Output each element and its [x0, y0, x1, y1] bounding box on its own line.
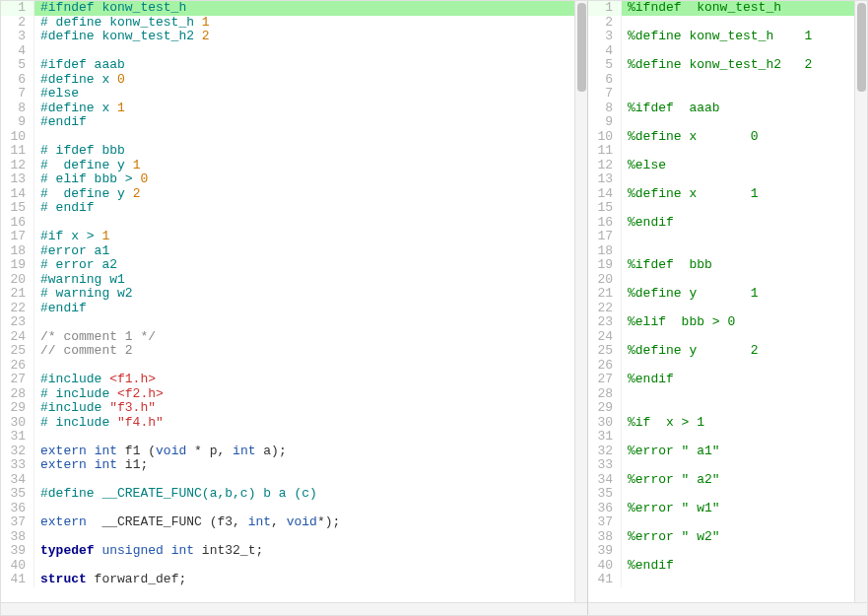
line-content[interactable]	[622, 87, 867, 102]
line-content[interactable]	[34, 359, 587, 374]
code-line[interactable]: 33extern int i1;	[1, 458, 587, 473]
code-line[interactable]: 16	[1, 216, 587, 231]
code-line[interactable]: 13	[588, 172, 867, 187]
right-scrollbar-v[interactable]	[854, 1, 867, 602]
code-line[interactable]: 23	[1, 315, 587, 330]
code-line[interactable]: 9#endif	[1, 115, 587, 130]
line-content[interactable]: %define x 1	[622, 187, 867, 202]
code-line[interactable]: 8#define x 1	[1, 102, 587, 116]
code-line[interactable]: 6	[588, 73, 867, 88]
code-line[interactable]: 32extern int f1 (void * p, int a);	[1, 445, 587, 459]
line-content[interactable]: # warning w2	[34, 287, 587, 302]
line-content[interactable]: # ifdef bbb	[34, 144, 587, 159]
line-content[interactable]	[34, 530, 587, 545]
code-line[interactable]: 23%elif bbb > 0	[588, 315, 867, 330]
line-content[interactable]	[622, 172, 867, 187]
code-line[interactable]: 4	[1, 44, 587, 59]
line-content[interactable]: %error " w1"	[622, 502, 867, 516]
right-editor[interactable]: 1%ifndef konw_test_h23%define konw_test_…	[588, 1, 867, 615]
line-content[interactable]: # define y 1	[34, 159, 587, 173]
code-line[interactable]: 20#warning w1	[1, 273, 587, 288]
line-content[interactable]	[622, 230, 867, 244]
code-line[interactable]: 11	[588, 144, 867, 159]
code-line[interactable]: 39	[588, 544, 867, 559]
code-line[interactable]: 31	[1, 430, 587, 445]
line-content[interactable]: extern __CREATE_FUNC (f3, int, void*);	[34, 515, 587, 530]
code-line[interactable]: 33	[588, 458, 867, 473]
line-content[interactable]	[622, 144, 867, 159]
line-content[interactable]: # define konw_test_h 1	[34, 16, 587, 31]
line-content[interactable]: # elif bbb > 0	[34, 172, 587, 187]
line-content[interactable]: #ifdef aaab	[34, 58, 587, 73]
code-line[interactable]: 21%define y 1	[588, 287, 867, 302]
code-line[interactable]: 27#include <f1.h>	[1, 373, 587, 387]
line-content[interactable]: %elif bbb > 0	[622, 315, 867, 330]
code-line[interactable]: 15# endif	[1, 201, 587, 216]
code-line[interactable]: 13# elif bbb > 0	[1, 172, 587, 187]
code-line[interactable]: 25%define y 2	[588, 344, 867, 359]
code-line[interactable]: 37extern __CREATE_FUNC (f3, int, void*);	[1, 515, 587, 530]
code-line[interactable]: 20	[588, 273, 867, 288]
code-line[interactable]: 24/* comment 1 */	[1, 330, 587, 345]
line-content[interactable]: #define x 1	[34, 102, 587, 116]
line-content[interactable]: %ifdef bbb	[622, 258, 867, 273]
code-line[interactable]: 28# include <f2.h>	[1, 387, 587, 402]
code-line[interactable]: 24	[588, 330, 867, 345]
line-content[interactable]	[34, 430, 587, 445]
code-line[interactable]: 40%endif	[588, 559, 867, 574]
code-line[interactable]: 28	[588, 387, 867, 402]
code-line[interactable]: 17#if x > 1	[1, 230, 587, 244]
line-content[interactable]	[622, 302, 867, 316]
line-content[interactable]: %endif	[622, 216, 867, 231]
code-line[interactable]: 29	[588, 401, 867, 416]
line-content[interactable]: #include <f1.h>	[34, 373, 587, 387]
code-line[interactable]: 2# define konw_test_h 1	[1, 16, 587, 31]
code-line[interactable]: 41struct forward_def;	[1, 573, 587, 587]
line-content[interactable]: // comment 2	[34, 344, 587, 359]
code-line[interactable]: 18	[588, 244, 867, 259]
line-content[interactable]: %ifndef konw_test_h	[622, 1, 867, 16]
line-content[interactable]	[622, 573, 867, 587]
line-content[interactable]: %if x > 1	[622, 416, 867, 431]
code-line[interactable]: 5%define konw_test_h2 2	[588, 58, 867, 73]
line-content[interactable]	[34, 559, 587, 574]
code-line[interactable]: 26	[1, 359, 587, 374]
line-content[interactable]: # endif	[34, 201, 587, 216]
line-content[interactable]: #ifndef konw_test_h	[34, 1, 587, 16]
code-line[interactable]: 1%ifndef konw_test_h	[588, 1, 867, 16]
code-line[interactable]: 10%define x 0	[588, 130, 867, 145]
line-content[interactable]: %error " a1"	[622, 445, 867, 459]
code-line[interactable]: 14# define y 2	[1, 187, 587, 202]
line-content[interactable]: typedef unsigned int int32_t;	[34, 544, 587, 559]
code-line[interactable]: 38	[1, 530, 587, 545]
line-content[interactable]: # define y 2	[34, 187, 587, 202]
line-content[interactable]: struct forward_def;	[34, 573, 587, 587]
code-line[interactable]: 41	[588, 573, 867, 587]
line-content[interactable]	[622, 273, 867, 288]
code-line[interactable]: 18#error a1	[1, 244, 587, 259]
left-scrollbar-v[interactable]	[574, 1, 587, 602]
line-content[interactable]	[622, 515, 867, 530]
line-content[interactable]: extern int f1 (void * p, int a);	[34, 445, 587, 459]
right-scrollbar-h[interactable]	[588, 602, 867, 615]
code-line[interactable]: 38%error " w2"	[588, 530, 867, 545]
line-content[interactable]: %define konw_test_h 1	[622, 30, 867, 44]
line-content[interactable]: %error " w2"	[622, 530, 867, 545]
line-content[interactable]: #else	[34, 87, 587, 102]
line-content[interactable]	[34, 130, 587, 145]
line-content[interactable]	[622, 487, 867, 502]
line-content[interactable]	[622, 387, 867, 402]
line-content[interactable]	[34, 44, 587, 59]
line-content[interactable]: #if x > 1	[34, 230, 587, 244]
code-line[interactable]: 40	[1, 559, 587, 574]
code-line[interactable]: 27%endif	[588, 373, 867, 387]
line-content[interactable]: #define x 0	[34, 73, 587, 88]
line-content[interactable]: #endif	[34, 115, 587, 130]
line-content[interactable]: %endif	[622, 373, 867, 387]
line-content[interactable]: #include "f3.h"	[34, 401, 587, 416]
code-line[interactable]: 19%ifdef bbb	[588, 258, 867, 273]
code-line[interactable]: 25// comment 2	[1, 344, 587, 359]
line-content[interactable]	[622, 401, 867, 416]
code-line[interactable]: 5#ifdef aaab	[1, 58, 587, 73]
line-content[interactable]: #define konw_test_h2 2	[34, 30, 587, 44]
